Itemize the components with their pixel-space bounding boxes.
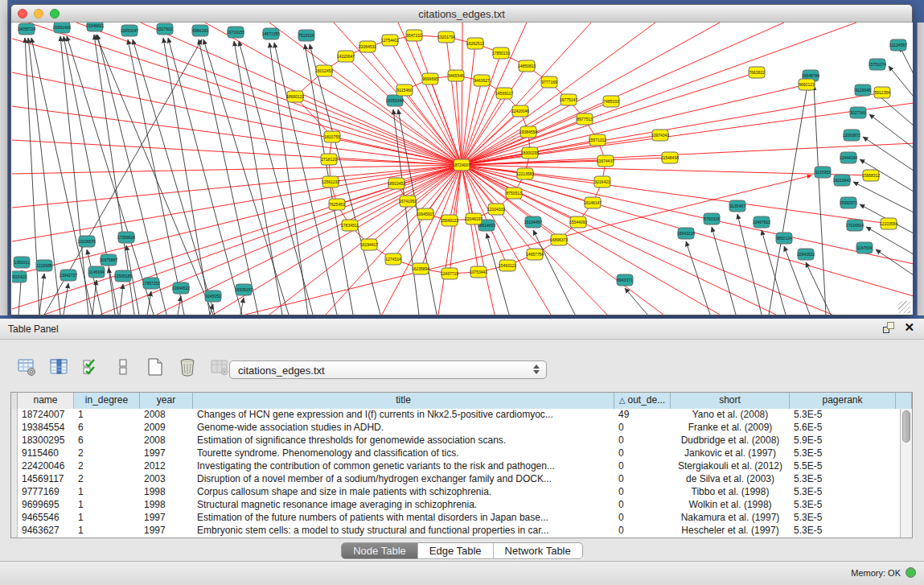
network-node[interactable]: 22420046 [511,105,529,117]
network-canvas-wrap[interactable]: 1405572420691406193468211065324715276026… [12,23,913,315]
network-node[interactable]: 11548498 [661,152,679,163]
network-node[interactable]: 15958312 [862,170,880,181]
table-vertical-scrollbar[interactable] [900,409,912,538]
row-height-icon[interactable] [113,356,133,377]
network-node[interactable]: 12213583 [516,168,534,179]
column-header-pagerank[interactable]: pagerank [790,393,896,409]
column-header-year[interactable]: year [140,393,193,409]
network-node[interactable]: 18660123 [286,91,304,102]
network-node[interactable]: 15751074 [869,59,886,70]
table-row[interactable]: 2242004622012Investigating the contribut… [11,460,900,473]
delete-icon[interactable] [177,356,198,377]
network-node[interactable]: 11124567 [889,39,907,51]
network-node[interactable]: 16543218 [677,228,695,239]
memory-status-indicator[interactable] [906,567,916,578]
network-node[interactable]: 10943522 [797,249,815,260]
network-node[interactable]: 1527602 [157,23,173,35]
network-node[interactable]: 11674437 [597,155,614,167]
node-table[interactable]: namein_degreeyeartitle△out_de...shortpag… [10,392,913,538]
table-column-icon[interactable] [48,356,69,377]
network-node[interactable]: 5912354 [874,87,890,98]
table-row[interactable]: 977716911998Corpus callosum shape and si… [11,486,900,499]
network-hub-node[interactable]: 18724007 [453,159,470,171]
window-resize-grip[interactable] [898,301,910,313]
network-node[interactable]: 1167534 [856,242,873,253]
network-node[interactable]: 13942737 [60,270,77,281]
network-graph[interactable]: 1405572420691406193468211065324715276026… [12,23,913,315]
network-node[interactable]: 16939197 [235,284,253,295]
new-document-icon[interactable] [145,356,166,377]
network-node[interactable]: 16012453 [315,65,333,76]
table-settings-icon[interactable] [16,356,37,377]
network-node[interactable]: 8943371 [617,274,633,286]
network-node[interactable]: 16210643 [833,175,851,186]
network-node[interactable]: 16262513 [466,38,484,49]
network-node[interactable]: 14569117 [495,88,513,99]
network-node[interactable]: 13201794 [437,31,455,43]
network-node[interactable]: 14850813 [518,60,536,72]
network-node[interactable]: 16194417 [360,239,378,250]
float-panel-icon[interactable] [883,322,894,333]
network-node[interactable]: 22064531 [359,41,376,52]
network-node[interactable]: 15544093 [569,216,587,228]
network-node[interactable]: 18910453 [388,178,405,189]
table-row[interactable]: 1830029562008Estimation of significance … [11,435,900,447]
tab-network-table[interactable]: Network Table [494,543,582,558]
network-node[interactable]: 16741953 [399,196,417,207]
network-node[interactable]: 30975887 [100,254,117,266]
network-node[interactable]: 12093872 [843,130,860,141]
table-selector-dropdown[interactable]: citations_edges.txt [229,360,547,379]
network-node[interactable]: 12754411 [381,35,399,46]
column-header-name[interactable]: name [18,393,74,409]
network-node[interactable]: 10753441 [470,266,487,278]
network-node[interactable]: 12505185 [114,270,132,282]
column-header-title[interactable]: title [193,393,614,409]
column-header-short[interactable]: short [671,393,790,409]
network-node[interactable]: 15549123 [441,215,458,226]
network-node[interactable]: 10974343 [651,130,669,141]
table-row[interactable]: 1872400712008Changes of HCN gene express… [11,409,900,422]
network-node[interactable]: 12103554 [880,218,897,229]
network-node[interactable]: 14671355 [262,28,280,39]
network-node[interactable]: 1274514 [385,253,401,265]
network-node[interactable]: 16235894 [412,263,429,274]
table-row[interactable]: 911546021997Tourette syndrome. Phenomeno… [11,447,900,460]
close-panel-icon[interactable]: ✕ [904,322,914,333]
network-node[interactable]: 20691406 [53,23,71,33]
network-node[interactable]: 9547210 [406,30,422,41]
network-node[interactable]: 1145194 [88,266,105,278]
network-node[interactable]: 8977513 [577,113,593,125]
network-node[interactable]: 3915423 [12,271,27,282]
tab-node-table[interactable]: Node Table [342,543,418,558]
network-node[interactable]: 9465546 [448,70,464,81]
network-node[interactable]: 17834511 [341,220,359,231]
network-node[interactable]: 9850134 [776,233,792,244]
network-node[interactable]: 20206576 [78,236,96,247]
network-node[interactable]: 20053346 [386,95,404,106]
network-node[interactable]: 17957253 [142,278,160,289]
table-row[interactable]: 1938455462009Genome-wide association stu… [11,422,900,435]
network-node[interactable]: 3216421 [594,176,610,187]
column-header-out_degree[interactable]: △out_de... [614,393,671,409]
network-node[interactable]: 12444194 [840,152,857,163]
network-node[interactable]: 12104333 [487,204,505,215]
network-node[interactable]: 7663822 [749,67,765,78]
network-node[interactable]: 15493123 [499,260,516,271]
network-node[interactable]: 22046197 [465,213,483,225]
network-node[interactable]: 9227343 [850,107,866,118]
network-node[interactable]: 15134457 [524,216,542,228]
table-row[interactable]: 969969511998Structural magnetic resonanc… [11,499,900,512]
network-node[interactable]: 6966160 [192,25,208,36]
network-node[interactable]: 12561233 [322,176,339,187]
network-node[interactable]: 19346821 [86,23,104,31]
network-node[interactable]: 1350011 [14,257,30,268]
network-node[interactable]: 18300295 [521,147,539,159]
table-row[interactable]: 946554611997Estimation of the future num… [11,512,900,525]
network-node[interactable]: 2718120 [321,154,337,165]
network-node[interactable]: 9660123 [799,79,815,90]
network-node[interactable]: 16146147 [584,197,602,208]
network-node[interactable]: 9699695 [422,73,438,84]
network-node[interactable]: 10994522 [172,282,190,294]
network-node[interactable]: 10653247 [121,25,138,36]
network-node[interactable]: 19384554 [519,126,537,138]
